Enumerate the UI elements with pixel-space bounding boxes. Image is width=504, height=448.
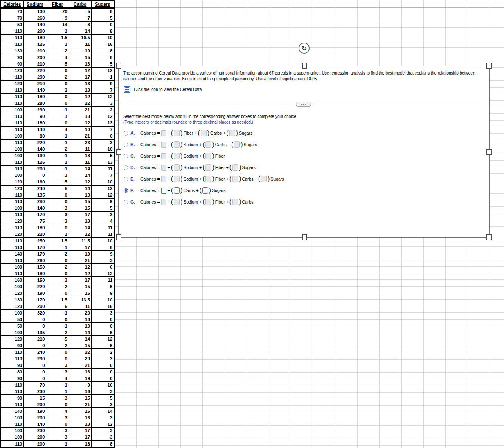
resize-handle-top-left[interactable] <box>116 63 122 69</box>
table-cell: 11.5 <box>69 238 92 244</box>
radio-option-e[interactable] <box>124 177 128 181</box>
table-cell: 1 <box>46 166 69 172</box>
table-cell: 290 <box>24 355 46 362</box>
term-label: Sugars <box>244 142 257 147</box>
paren-close: ) <box>239 164 241 171</box>
intercept-answer-box[interactable] <box>161 188 166 194</box>
table-cell: 1 <box>46 382 69 388</box>
table-cell: 110 <box>1 238 24 244</box>
radio-option-c[interactable] <box>124 154 128 158</box>
rotate-handle[interactable]: ↻ <box>299 43 310 54</box>
table-row: 100801210 <box>1 133 114 140</box>
table-cell: 7 <box>92 172 114 179</box>
collapse-divider-button[interactable] <box>296 102 311 107</box>
table-cell: 110 <box>1 401 24 408</box>
radio-option-b[interactable] <box>124 143 128 147</box>
table-cell: 11 <box>69 146 92 153</box>
ellipsis-icon <box>301 104 302 105</box>
table-cell: 7 <box>92 87 114 94</box>
table-cell: 0 <box>92 316 114 323</box>
table-cell: 0 <box>24 362 46 369</box>
term-label: Fiber <box>215 176 225 181</box>
table-cell: 10 <box>92 238 114 244</box>
table-cell: 150 <box>24 264 46 270</box>
table-cell: 110 <box>1 159 24 166</box>
table-cell: 2 <box>46 87 69 94</box>
table-cell: 110 <box>1 382 24 388</box>
table-cell: 100 <box>1 264 24 270</box>
resize-handle-bottom-middle[interactable] <box>302 234 307 240</box>
table-row: 1102301163 <box>1 388 114 395</box>
intercept-answer-box <box>161 199 166 205</box>
resize-handle-middle-right[interactable] <box>486 149 492 155</box>
table-cell: 0 <box>46 94 69 100</box>
plus-sign: + <box>228 142 230 147</box>
table-cell: 110 <box>1 441 24 447</box>
table-cell: 16 <box>69 388 92 395</box>
table-cell: 180 <box>24 224 46 231</box>
table-cell: 110 <box>1 257 24 264</box>
coefficient-answer-box <box>174 199 180 205</box>
question-dialog: ↻ The accompanying Cereal Data provide a… <box>118 66 490 238</box>
resize-handle-top-right[interactable] <box>486 63 492 69</box>
table-cell: 11 <box>92 166 114 172</box>
paren-open: ( <box>202 199 205 205</box>
table-cell: 6 <box>92 9 114 15</box>
plus-sign: + <box>226 165 229 170</box>
table-row: 11012511113 <box>1 159 114 166</box>
resize-handle-top-middle[interactable] <box>302 63 307 69</box>
table-row: 70260975 <box>1 15 114 22</box>
table-cell: 18 <box>69 153 92 159</box>
table-cell: 3 <box>92 310 114 316</box>
table-cell: 110 <box>1 140 24 146</box>
answer-option-c: C.Calories =+()Sodium+()Fiber <box>124 150 485 162</box>
table-cell: 17 <box>69 74 92 81</box>
table-row: 11018001212 <box>1 270 114 277</box>
table-cell: 13 <box>69 421 92 428</box>
table-cell: 80 <box>24 133 46 140</box>
table-cell: 0 <box>46 421 69 428</box>
coefficient-answer-box <box>201 130 207 136</box>
resize-handle-bottom-left[interactable] <box>116 234 122 240</box>
table-cell: 13 <box>69 192 92 199</box>
paren-close: ) <box>180 199 182 205</box>
table-cell: 8 <box>92 48 114 54</box>
term-label: Carbs <box>242 199 254 204</box>
table-cell: 80 <box>1 369 24 375</box>
answer-option-d: D.Calories =+()Sodium+()Fiber+()Sugars <box>124 162 485 173</box>
resize-handle-bottom-right[interactable] <box>486 234 492 240</box>
plus-sign: + <box>255 176 257 181</box>
radio-option-g[interactable] <box>124 200 128 204</box>
table-cell: 290 <box>24 107 46 113</box>
paren-open: ( <box>171 153 173 159</box>
plus-sign: + <box>168 188 170 193</box>
table-cell: 200 <box>24 303 46 310</box>
view-data-table-icon[interactable] <box>124 86 130 93</box>
table-row: 501401480 <box>1 22 114 28</box>
table-cell: 12 <box>69 120 92 127</box>
table-row: 1401702199 <box>1 251 114 257</box>
table-row: 1101402137 <box>1 87 114 94</box>
table-cell: 14 <box>69 329 92 336</box>
radio-option-d[interactable] <box>124 165 128 170</box>
table-cell: 12 <box>92 113 114 120</box>
coefficient-answer-box[interactable] <box>174 187 180 194</box>
option-letter: A. <box>130 131 138 136</box>
radio-option-a[interactable] <box>124 131 128 136</box>
table-cell: 100 <box>1 133 24 140</box>
resize-handle-middle-left[interactable] <box>116 149 122 155</box>
table-cell: 110 <box>1 127 24 133</box>
table-cell: 15 <box>69 290 92 296</box>
table-cell: 170 <box>24 244 46 251</box>
table-cell: 120 <box>1 303 24 310</box>
cereal-data-table: CaloriesSodiumFiberCarbsSugars7013020567… <box>0 0 115 448</box>
plus-sign: + <box>168 199 170 204</box>
table-cell: 2 <box>46 342 69 349</box>
coefficient-answer-box[interactable] <box>202 187 208 194</box>
table-cell: 10 <box>92 296 114 303</box>
table-row: 1202100139 <box>1 81 114 87</box>
table-row: 11018001212 <box>1 94 114 100</box>
table-cell: 110 <box>1 349 24 355</box>
radio-option-f[interactable] <box>124 188 128 193</box>
table-cell: 120 <box>1 290 24 296</box>
